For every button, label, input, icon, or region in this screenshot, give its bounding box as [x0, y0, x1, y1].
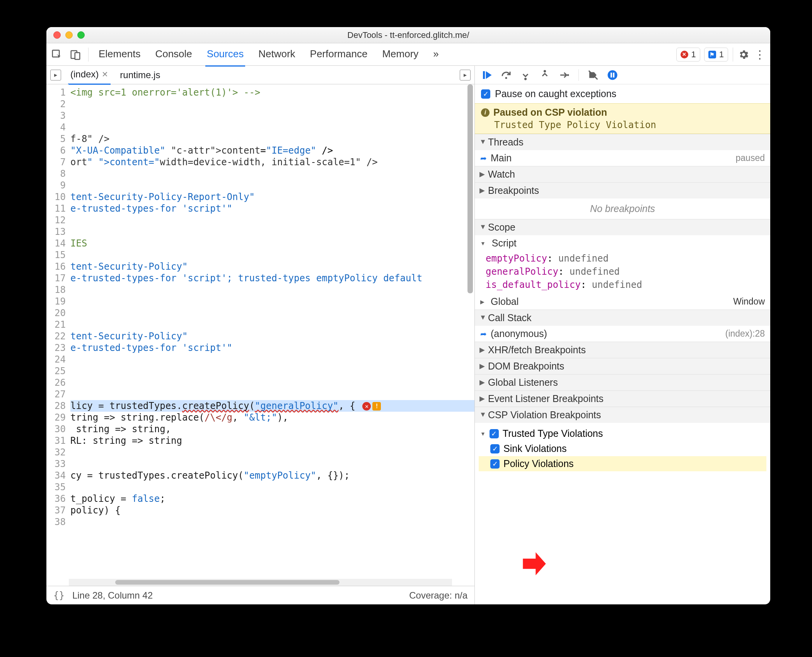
close-window-icon[interactable]: [53, 31, 61, 39]
coverage-status: Coverage: n/a: [409, 590, 467, 601]
inspect-icon[interactable]: [51, 49, 63, 60]
resume-icon[interactable]: [481, 69, 493, 81]
tab-memory[interactable]: Memory: [380, 43, 420, 67]
scope-global[interactable]: GlobalWindow: [475, 294, 770, 310]
tab-elements[interactable]: Elements: [97, 43, 142, 67]
vertical-scrollbar[interactable]: [466, 84, 474, 579]
pause-caught-row[interactable]: ✓ Pause on caught exceptions: [475, 84, 770, 103]
tab-network[interactable]: Network: [257, 43, 297, 67]
filetab-label: runtime.js: [120, 70, 160, 80]
scope-items: emptyPolicy: undefinedgeneralPolicy: und…: [475, 251, 770, 294]
no-breakpoints-label: No breakpoints: [475, 198, 770, 219]
threads-header[interactable]: ▼Threads: [475, 134, 770, 150]
settings-icon[interactable]: [738, 49, 749, 60]
error-chip[interactable]: ✕1: [676, 48, 700, 62]
minimize-window-icon[interactable]: [65, 31, 73, 39]
svg-point-7: [567, 74, 569, 76]
titlebar: DevTools - tt-enforced.glitch.me/: [46, 27, 770, 43]
svg-rect-10: [613, 72, 614, 77]
deactivate-breakpoints-icon[interactable]: [587, 69, 599, 81]
checkbox-icon[interactable]: ✓: [490, 429, 499, 438]
thread-row[interactable]: ➦ Main paused: [475, 150, 770, 166]
error-icon: ✕: [681, 51, 688, 58]
file-tabs: ▸ (index) ✕ runtime.js ▸: [46, 66, 474, 84]
run-snippet-icon[interactable]: ▸: [460, 70, 471, 80]
info-icon: i: [481, 108, 490, 117]
filetab-runtime[interactable]: runtime.js: [118, 66, 162, 84]
filetab-label: (index): [70, 69, 99, 80]
svg-rect-9: [611, 72, 612, 77]
navigator-icon[interactable]: ▸: [50, 70, 61, 80]
xhr-header[interactable]: ▶XHR/fetch Breakpoints: [475, 342, 770, 358]
debug-controls: [475, 66, 770, 84]
svg-point-4: [505, 77, 507, 79]
scope-script[interactable]: Script: [475, 235, 770, 251]
tab-overflow[interactable]: »: [432, 43, 440, 67]
watch-header[interactable]: ▶Watch: [475, 166, 770, 182]
callstack-frame[interactable]: ➦ (anonymous) (index):28: [475, 326, 770, 342]
code-lines[interactable]: <img src=1 onerror='alert(1)'> -->f-8" /…: [69, 84, 474, 579]
csp-policy[interactable]: ✓Policy Violations: [479, 456, 766, 471]
evt-header[interactable]: ▶Event Listener Breakpoints: [475, 391, 770, 407]
panel-tabs: Elements Console Sources Network Perform…: [97, 43, 440, 67]
window-title: DevTools - tt-enforced.glitch.me/: [46, 30, 770, 40]
breakpoints-header[interactable]: ▶Breakpoints: [475, 183, 770, 198]
close-icon[interactable]: ✕: [102, 70, 108, 79]
dom-header[interactable]: ▶DOM Breakpoints: [475, 358, 770, 374]
zoom-window-icon[interactable]: [77, 31, 85, 39]
cursor-position: Line 28, Column 42: [72, 590, 153, 601]
csp-tree: ▼✓Trusted Type Violations ✓Sink Violatio…: [475, 423, 770, 474]
pause-caught-label: Pause on caught exceptions: [495, 88, 616, 99]
main-toolbar: Elements Console Sources Network Perform…: [46, 43, 770, 66]
csp-header[interactable]: ▼CSP Violation Breakpoints: [475, 407, 770, 423]
checkbox-icon[interactable]: ✓: [490, 459, 500, 469]
filetab-index[interactable]: (index) ✕: [68, 65, 111, 85]
tab-console[interactable]: Console: [154, 43, 193, 67]
svg-point-5: [524, 77, 527, 80]
issues-chip[interactable]: ⚑1: [704, 48, 728, 62]
callstack-header[interactable]: ▼Call Stack: [475, 310, 770, 326]
svg-rect-3: [483, 71, 485, 79]
scope-header[interactable]: ▼Scope: [475, 219, 770, 235]
listeners-header[interactable]: ▶Global Listeners: [475, 375, 770, 390]
step-into-icon[interactable]: [520, 69, 531, 81]
current-icon: ➦: [480, 154, 487, 163]
svg-rect-2: [75, 53, 80, 60]
pause-exceptions-icon[interactable]: [607, 69, 618, 81]
status-bar: {} Line 28, Column 42 Coverage: n/a: [46, 586, 474, 604]
debugger-sidebar: ✓ Pause on caught exceptions iPaused on …: [475, 66, 770, 604]
horizontal-scrollbar[interactable]: [69, 579, 452, 586]
svg-point-8: [608, 70, 618, 80]
device-icon[interactable]: [70, 49, 81, 60]
current-icon: ➦: [480, 329, 487, 339]
checkbox-icon[interactable]: ✓: [490, 444, 500, 453]
step-icon[interactable]: [558, 69, 570, 81]
paused-banner: iPaused on CSP violation Trusted Type Po…: [475, 103, 770, 134]
annotation-arrow-icon: [520, 551, 549, 577]
more-icon[interactable]: ⋮: [754, 49, 766, 60]
issues-icon: ⚑: [708, 51, 716, 58]
line-gutter: 1234567891011121314151617181920212223242…: [46, 84, 69, 579]
csp-sink[interactable]: ✓Sink Violations: [479, 441, 766, 456]
step-over-icon[interactable]: [500, 69, 512, 81]
code-editor[interactable]: 1234567891011121314151617181920212223242…: [46, 84, 474, 579]
pretty-print-icon[interactable]: {}: [53, 590, 65, 601]
checkbox-icon[interactable]: ✓: [481, 89, 490, 99]
tab-performance[interactable]: Performance: [309, 43, 369, 67]
csp-root[interactable]: ▼✓Trusted Type Violations: [479, 426, 766, 441]
tab-sources[interactable]: Sources: [205, 43, 245, 67]
svg-point-6: [544, 70, 546, 72]
step-out-icon[interactable]: [539, 69, 551, 81]
